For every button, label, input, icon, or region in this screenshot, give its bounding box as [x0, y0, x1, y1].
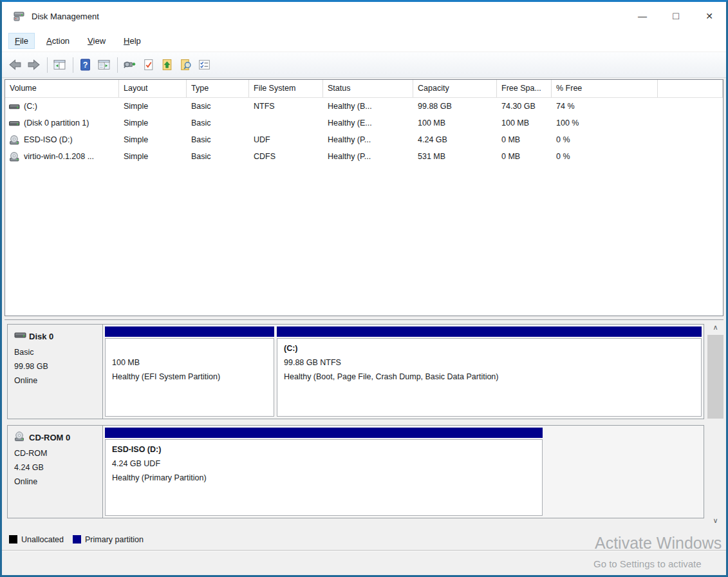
partition-color-band: [105, 428, 543, 438]
volume-free: 100 MB: [497, 118, 552, 128]
column-header-empty: [658, 80, 723, 97]
menu-help[interactable]: Help: [117, 33, 147, 49]
volume-row-disk0-partition1[interactable]: (Disk 0 partition 1) Simple Basic Health…: [5, 115, 723, 131]
volume-pct-free: 100 %: [552, 118, 658, 128]
volume-capacity: 99.88 GB: [413, 102, 497, 111]
legend-primary-partition: Primary partition: [73, 535, 144, 544]
column-header-capacity[interactable]: Capacity: [413, 80, 497, 97]
volume-free: 0 MB: [497, 135, 552, 144]
volume-pct-free: 0 %: [552, 152, 658, 161]
column-header-volume[interactable]: Volume: [5, 80, 119, 97]
legend-unallocated: Unallocated: [9, 535, 64, 544]
back-arrow-icon[interactable]: [6, 56, 24, 73]
volume-row-virtio-win[interactable]: virtio-win-0.1.208 ... Simple Basic CDFS…: [5, 148, 723, 165]
volume-fs: NTFS: [249, 102, 323, 111]
disk-kind: CD-ROM: [14, 446, 100, 460]
partition-title: [112, 341, 267, 355]
volume-layout: Simple: [119, 135, 187, 144]
menu-file[interactable]: File: [8, 33, 35, 49]
volume-type: Basic: [187, 118, 249, 128]
close-button[interactable]: ✕: [693, 2, 726, 30]
volume-list-pane: Volume Layout Type File System Status Ca…: [5, 79, 723, 316]
disk-0-header[interactable]: Disk 0 Basic 99.98 GB Online: [8, 325, 103, 419]
partition-status: Healthy (Primary Partition): [112, 471, 536, 485]
volume-name: (Disk 0 partition 1): [24, 118, 89, 128]
partition-size: 100 MB: [112, 355, 267, 370]
show-console-tree-icon[interactable]: [51, 56, 68, 73]
volume-name: virtio-win-0.1.208 ...: [24, 152, 94, 161]
help-icon[interactable]: ?: [77, 56, 94, 73]
volume-pct-free: 0 %: [552, 135, 658, 144]
partition-size: 99.88 GB NTFS: [284, 355, 695, 370]
cdrom-0-header[interactable]: CD-ROM 0 CD-ROM 4.24 GB Online: [8, 426, 103, 518]
app-icon: [13, 10, 26, 23]
maximize-button[interactable]: □: [659, 2, 693, 30]
disk-graph-pane: Disk 0 Basic 99.98 GB Online 100 MB Heal…: [5, 319, 723, 528]
column-header-pct-free[interactable]: % Free: [552, 80, 658, 97]
volume-type: Basic: [187, 135, 249, 144]
unallocated-swatch: [9, 535, 17, 544]
column-header-layout[interactable]: Layout: [119, 80, 187, 97]
show-action-pane-icon[interactable]: [95, 56, 113, 73]
volume-row-esd-iso[interactable]: ESD-ISO (D:) Simple Basic UDF Healthy (P…: [5, 131, 723, 148]
properties-list-icon[interactable]: [196, 56, 213, 73]
volume-status: Healthy (E...: [323, 118, 413, 128]
file-search-icon[interactable]: [177, 56, 194, 73]
volume-pct-free: 74 %: [552, 102, 658, 111]
column-header-file-system[interactable]: File System: [249, 80, 323, 97]
column-header-free-space[interactable]: Free Spa...: [497, 80, 552, 97]
window-title: Disk Management: [32, 12, 99, 21]
volume-free: 74.30 GB: [497, 102, 552, 111]
disk-name: Disk 0: [29, 332, 53, 341]
svg-text:?: ?: [83, 61, 88, 70]
column-header-status[interactable]: Status: [323, 80, 413, 97]
volume-layout: Simple: [119, 152, 187, 161]
scroll-down-icon[interactable]: ∨: [707, 515, 723, 527]
forward-arrow-icon[interactable]: [25, 56, 42, 73]
partition-status: Healthy (EFI System Partition): [112, 370, 267, 384]
toolbar-separator: [73, 57, 73, 73]
toolbar-separator: [117, 57, 118, 73]
toolbar: ?: [2, 52, 726, 78]
legend-bar: Unallocated Primary partition: [2, 529, 726, 551]
disk-kind: Basic: [14, 345, 100, 359]
volume-type: Basic: [187, 102, 249, 111]
disk-status: Online: [14, 374, 100, 388]
cd-volume-icon: [9, 135, 20, 146]
cdrom-0-row: CD-ROM 0 CD-ROM 4.24 GB Online ESD-ISO (…: [7, 425, 704, 518]
scrollbar-thumb[interactable]: [707, 335, 723, 419]
volume-free: 0 MB: [497, 152, 552, 161]
volume-capacity: 100 MB: [413, 118, 497, 128]
check-document-icon[interactable]: [140, 56, 157, 73]
disk-icon: [14, 330, 27, 343]
status-bar: [2, 551, 726, 574]
disk-status: Online: [14, 475, 100, 489]
partition-c[interactable]: (C:) 99.88 GB NTFS Healthy (Boot, Page F…: [277, 326, 702, 417]
disk-0-row: Disk 0 Basic 99.98 GB Online 100 MB Heal…: [7, 324, 704, 419]
window-controls: — □ ✕: [626, 2, 726, 30]
file-up-icon[interactable]: [158, 56, 176, 73]
vertical-scrollbar[interactable]: ∧ ∨: [707, 321, 723, 527]
volume-row-c[interactable]: (C:) Simple Basic NTFS Healthy (B... 99.…: [5, 98, 723, 115]
minimize-button[interactable]: —: [626, 2, 659, 30]
rescan-disks-icon[interactable]: [121, 56, 138, 73]
disk-name: CD-ROM 0: [29, 433, 70, 442]
toolbar-separator: [47, 57, 48, 73]
partition-status: Healthy (Boot, Page File, Crash Dump, Ba…: [284, 370, 695, 384]
primary-partition-swatch: [73, 535, 81, 544]
menu-action[interactable]: Action: [40, 33, 76, 49]
volume-layout: Simple: [119, 102, 187, 111]
partition-color-band: [277, 326, 702, 337]
menu-view[interactable]: View: [81, 33, 112, 49]
disk-volume-icon: [9, 118, 20, 129]
partition-esd-iso[interactable]: ESD-ISO (D:) 4.24 GB UDF Healthy (Primar…: [105, 428, 543, 516]
partition-title: ESD-ISO (D:): [112, 442, 536, 457]
volume-status: Healthy (P...: [323, 152, 413, 161]
disk-volume-icon: [9, 101, 20, 112]
volume-fs: UDF: [249, 135, 323, 144]
partition-efi[interactable]: 100 MB Healthy (EFI System Partition): [105, 326, 274, 417]
volume-type: Basic: [187, 152, 249, 161]
cd-rom-icon: [14, 431, 27, 444]
scroll-up-icon[interactable]: ∧: [707, 321, 723, 334]
column-header-type[interactable]: Type: [187, 80, 249, 97]
